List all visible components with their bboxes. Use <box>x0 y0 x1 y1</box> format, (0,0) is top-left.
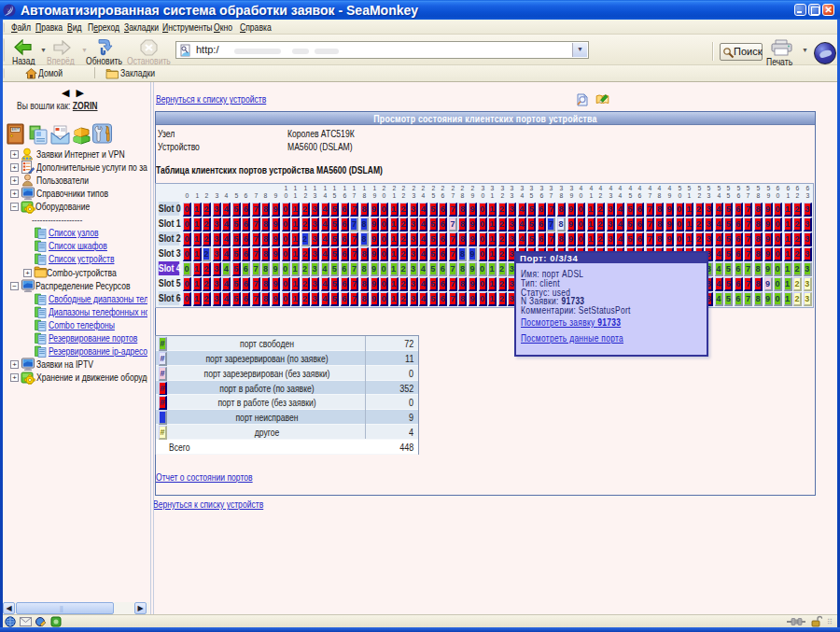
svg-text:EXIT: EXIT <box>11 128 20 132</box>
